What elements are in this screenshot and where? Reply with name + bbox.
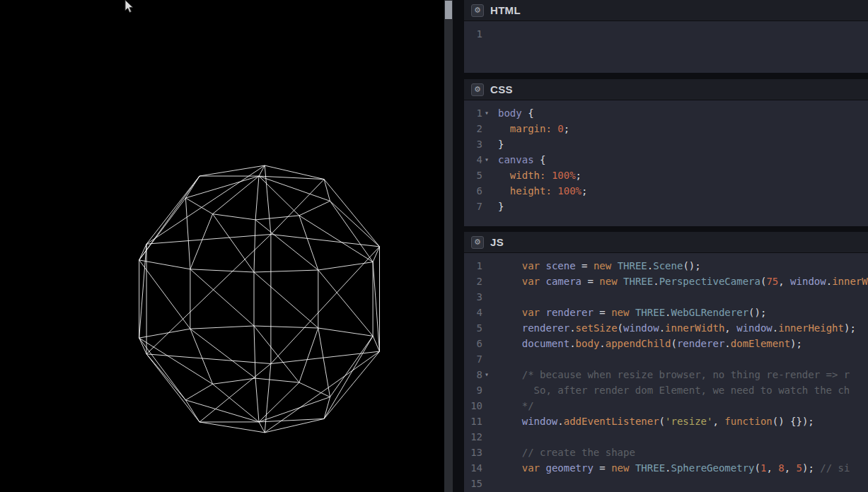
line-number: 7 bbox=[464, 199, 482, 214]
code-text: height: 100%; bbox=[498, 183, 868, 199]
line-number: 13 bbox=[464, 445, 482, 460]
code-line[interactable]: 11 window.addEventListener('resize', fun… bbox=[464, 414, 868, 429]
panel-title: JS bbox=[490, 236, 504, 248]
panel-title: CSS bbox=[490, 83, 513, 95]
line-number: 4 bbox=[464, 152, 482, 168]
code-line[interactable]: 8▾ /* because when resize browser, no th… bbox=[464, 367, 868, 382]
fold-arrow-icon bbox=[482, 136, 498, 152]
line-number: 1 bbox=[464, 105, 482, 121]
code-text: width: 100%; bbox=[498, 168, 868, 183]
code-line[interactable]: 1 bbox=[464, 26, 868, 42]
line-number: 6 bbox=[464, 336, 482, 351]
code-text: var camera = new THREE.PerspectiveCamera… bbox=[498, 274, 868, 289]
html-settings-button[interactable]: ⚙ bbox=[471, 4, 484, 17]
wireframe-sphere bbox=[0, 0, 444, 492]
css-code-editor[interactable]: 1▾body {2 margin: 0;3}4▾canvas {5 width:… bbox=[464, 100, 868, 226]
fold-arrow-icon bbox=[482, 398, 498, 414]
code-text: window.addEventListener('resize', functi… bbox=[498, 414, 868, 429]
fold-arrow-icon bbox=[482, 121, 498, 136]
code-line[interactable]: 15 bbox=[464, 476, 868, 491]
fold-arrow-icon bbox=[482, 258, 498, 274]
line-number: 6 bbox=[464, 183, 482, 199]
mouse-cursor-icon bbox=[125, 0, 134, 14]
fold-arrow-icon[interactable]: ▾ bbox=[482, 152, 498, 168]
code-line[interactable]: 9 So, after render dom Element, we need … bbox=[464, 382, 868, 398]
code-text: margin: 0; bbox=[498, 121, 868, 136]
fold-arrow-icon bbox=[482, 320, 498, 336]
fold-arrow-icon bbox=[482, 168, 498, 183]
code-line[interactable]: 14 var geometry = new THREE.SphereGeomet… bbox=[464, 460, 868, 476]
line-number: 14 bbox=[464, 460, 482, 476]
fold-arrow-icon bbox=[482, 289, 498, 305]
code-text: // create the shape bbox=[498, 445, 868, 460]
fold-arrow-icon[interactable]: ▾ bbox=[482, 367, 498, 382]
code-text bbox=[498, 476, 868, 491]
code-text: canvas { bbox=[498, 152, 868, 168]
code-text: var renderer = new THREE.WebGLRenderer()… bbox=[498, 305, 868, 320]
fold-arrow-icon bbox=[482, 414, 498, 429]
code-text: /* because when resize browser, no thing… bbox=[498, 367, 868, 382]
line-number: 8 bbox=[464, 367, 482, 382]
line-number: 5 bbox=[464, 168, 482, 183]
code-text: document.body.appendChild(renderer.domEl… bbox=[498, 336, 868, 351]
code-line[interactable]: 3 bbox=[464, 289, 868, 305]
code-line[interactable]: 1 var scene = new THREE.Scene(); bbox=[464, 258, 868, 274]
fold-arrow-icon bbox=[482, 274, 498, 289]
code-line[interactable]: 13 // create the shape bbox=[464, 445, 868, 460]
preview-scrollbar[interactable] bbox=[444, 0, 453, 492]
line-number: 12 bbox=[464, 429, 482, 445]
line-number: 9 bbox=[464, 382, 482, 398]
code-text: So, after render dom Element, we need to… bbox=[498, 382, 868, 398]
line-number: 4 bbox=[464, 305, 482, 320]
line-number: 2 bbox=[464, 121, 482, 136]
panel-title: HTML bbox=[490, 4, 521, 16]
code-text: renderer.setSize(window.innerWidth, wind… bbox=[498, 320, 868, 336]
code-line[interactable]: 6 document.body.appendChild(renderer.dom… bbox=[464, 336, 868, 351]
code-text: } bbox=[498, 136, 868, 152]
code-line[interactable]: 5 renderer.setSize(window.innerWidth, wi… bbox=[464, 320, 868, 336]
css-settings-button[interactable]: ⚙ bbox=[471, 83, 484, 96]
line-number: 3 bbox=[464, 289, 482, 305]
html-panel: ⚙ HTML 1 bbox=[464, 0, 868, 73]
code-line[interactable]: 10 */ bbox=[464, 398, 868, 414]
panel-header: ⚙ JS bbox=[464, 232, 868, 253]
panel-header: ⚙ CSS bbox=[464, 79, 868, 100]
line-number: 3 bbox=[464, 136, 482, 152]
code-line[interactable]: 7} bbox=[464, 199, 868, 214]
code-line[interactable]: 3} bbox=[464, 136, 868, 152]
fold-arrow-icon bbox=[482, 183, 498, 199]
code-line[interactable]: 4 var renderer = new THREE.WebGLRenderer… bbox=[464, 305, 868, 320]
code-text bbox=[498, 289, 868, 305]
code-line[interactable]: 4▾canvas { bbox=[464, 152, 868, 168]
js-settings-button[interactable]: ⚙ bbox=[471, 236, 484, 249]
preview-pane[interactable] bbox=[0, 0, 444, 492]
scrollbar-thumb[interactable] bbox=[445, 1, 452, 19]
panel-header: ⚙ HTML bbox=[464, 0, 868, 21]
gear-icon: ⚙ bbox=[474, 85, 481, 93]
fold-arrow-icon bbox=[482, 429, 498, 445]
code-line[interactable]: 1▾body { bbox=[464, 105, 868, 121]
code-text: } bbox=[498, 199, 868, 214]
html-code-editor[interactable]: 1 bbox=[464, 21, 868, 73]
fold-arrow-icon bbox=[482, 460, 498, 476]
js-code-editor[interactable]: 1 var scene = new THREE.Scene();2 var ca… bbox=[464, 253, 868, 492]
code-text: var scene = new THREE.Scene(); bbox=[498, 258, 868, 274]
code-line[interactable]: 2 margin: 0; bbox=[464, 121, 868, 136]
code-text bbox=[498, 26, 868, 42]
app-window: ⚙ HTML 1 ⚙ CSS 1▾body {2 margin: 0;3}4▾c… bbox=[0, 0, 868, 492]
code-line[interactable]: 12 bbox=[464, 429, 868, 445]
line-number: 1 bbox=[464, 258, 482, 274]
editor-column: ⚙ HTML 1 ⚙ CSS 1▾body {2 margin: 0;3}4▾c… bbox=[453, 0, 868, 492]
code-line[interactable]: 5 width: 100%; bbox=[464, 168, 868, 183]
code-text bbox=[498, 351, 868, 367]
code-text bbox=[498, 429, 868, 445]
code-text: body { bbox=[498, 105, 868, 121]
line-number: 2 bbox=[464, 274, 482, 289]
code-line[interactable]: 6 height: 100%; bbox=[464, 183, 868, 199]
code-line[interactable]: 7 bbox=[464, 351, 868, 367]
line-number: 10 bbox=[464, 398, 482, 414]
line-number: 5 bbox=[464, 320, 482, 336]
fold-arrow-icon[interactable]: ▾ bbox=[482, 105, 498, 121]
fold-arrow-icon bbox=[482, 476, 498, 491]
code-line[interactable]: 2 var camera = new THREE.PerspectiveCame… bbox=[464, 274, 868, 289]
